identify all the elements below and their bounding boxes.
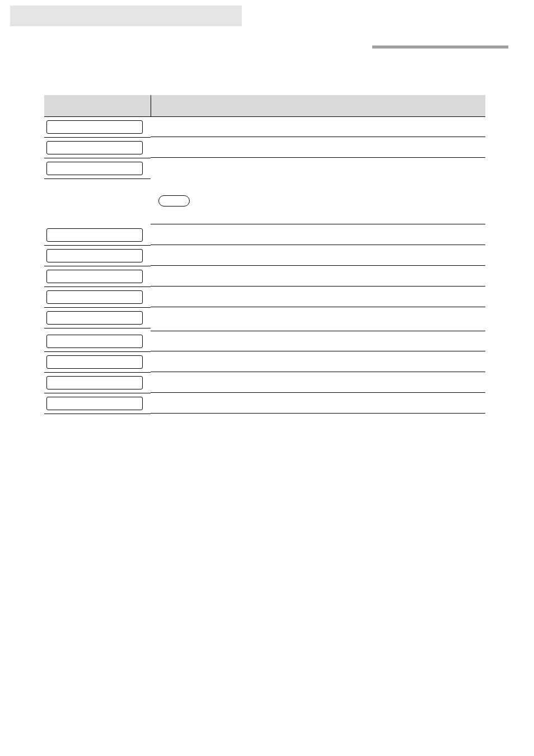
table-row (44, 331, 485, 352)
row-description (151, 352, 485, 372)
row-description (151, 266, 485, 287)
table-row (44, 266, 485, 287)
table-row (44, 225, 485, 246)
row-description (151, 287, 485, 307)
row-button[interactable] (46, 162, 143, 175)
table-row (44, 373, 485, 393)
row-button[interactable] (46, 120, 143, 134)
pill-button[interactable] (158, 195, 190, 206)
table-row (44, 138, 485, 158)
row-description (151, 393, 485, 414)
table-header-button-col (44, 95, 151, 116)
table-row (44, 352, 485, 373)
row-description (151, 246, 485, 266)
row-button[interactable] (46, 141, 143, 154)
row-button[interactable] (46, 335, 143, 348)
row-button[interactable] (46, 397, 143, 410)
table-header-description-col (151, 95, 485, 116)
reference-table (44, 95, 485, 414)
row-description (151, 308, 485, 331)
row-button[interactable] (46, 311, 143, 325)
table-row (44, 308, 485, 331)
row-description (151, 158, 485, 224)
row-description (151, 225, 485, 245)
table-row (44, 246, 485, 266)
table-row (44, 158, 485, 225)
row-button[interactable] (46, 376, 143, 389)
table-row (44, 393, 485, 414)
top-header-bar (10, 6, 242, 26)
row-description (151, 373, 485, 393)
row-button[interactable] (46, 249, 143, 262)
row-description (151, 117, 485, 137)
table-row (44, 116, 485, 138)
table-header-row (44, 95, 485, 116)
row-button[interactable] (46, 228, 143, 242)
row-description (151, 138, 485, 158)
row-button[interactable] (46, 270, 143, 283)
row-description (151, 331, 485, 351)
table-row (44, 287, 485, 308)
section-double-rule (372, 46, 508, 48)
row-button[interactable] (46, 355, 143, 369)
row-button[interactable] (46, 290, 143, 304)
